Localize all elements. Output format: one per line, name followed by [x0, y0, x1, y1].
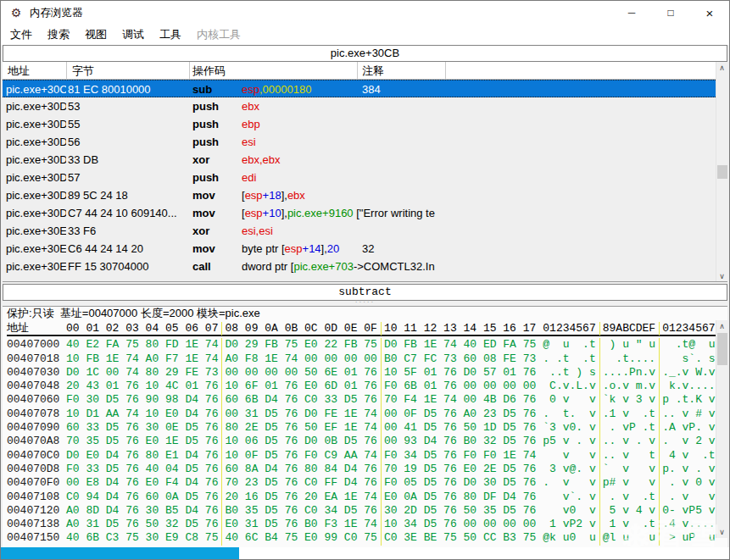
menu-debug[interactable]: 调试 [114, 27, 152, 42]
hexview-panel: 保护:只读 基址=00407000 长度=2000 模块=pic.exe 地址0… [3, 306, 727, 549]
hex-byte-group: 10 5F 01 76 D0 57 01 76 [384, 366, 536, 380]
disasm-row[interactable]: pic.exe+30E5C6 44 24 14 20movbyte ptr [e… [3, 240, 727, 258]
scroll-up-icon[interactable]: ∧ [716, 62, 727, 74]
ascii-group: .. v t [603, 449, 660, 463]
hex-row[interactable]: 0040709060 33 D5 76 30 0E D5 7680 2E D5 … [7, 421, 716, 435]
hex-byte-group: 80 2E D5 76 50 EF 1E 74 [225, 421, 381, 435]
instruction-operands: esi [242, 133, 445, 151]
ascii-group: 1 vP2 v [543, 518, 599, 531]
instruction-mnemonic: push [192, 133, 240, 151]
hscrollbar-thumb[interactable] [1, 547, 239, 559]
ascii-group: 5 v 4 v [603, 504, 660, 518]
instruction-bytes: C7 44 24 10 609140... [68, 204, 188, 222]
operand: +18 [263, 189, 281, 202]
instruction-bytes: 55 [68, 115, 188, 133]
hex-row[interactable]: 00407030D0 1C 00 74 80 29 FE 7300 00 00 … [7, 366, 716, 380]
disasm-row[interactable]: pic.exe+30D356pushesi [3, 133, 727, 151]
hex-row[interactable]: 00407060F0 30 D5 76 90 98 D4 7660 6B D4 … [7, 393, 716, 407]
instruction-bytes: C6 44 24 14 20 [68, 240, 188, 258]
instruction-mnemonic: mov [192, 240, 240, 258]
minimize-button[interactable]: ─ [612, 1, 651, 25]
hex-row[interactable]: 004070F000 E8 D4 76 E0 F4 D4 7670 23 D5 … [7, 476, 716, 490]
menu-file[interactable]: 文件 [3, 27, 40, 42]
hex-byte-group: F0 05 D5 76 D0 30 D5 76 [384, 476, 536, 490]
disasm-row[interactable]: pic.exe+30D255pushebp [3, 115, 727, 133]
ascii-group: ..t ) s [543, 366, 599, 380]
column-divider[interactable] [66, 62, 67, 80]
disasm-row[interactable]: pic.exe+30D789 5C 24 18mov[esp+18],ebx [3, 186, 727, 204]
scroll-up-icon[interactable]: ∧ [716, 320, 727, 332]
menu-kernel-tools[interactable]: 内核工具 [189, 27, 248, 42]
scrollbar-thumb[interactable] [717, 333, 727, 365]
operand: esp [245, 207, 263, 219]
instruction-operands: [esp+10],pic.exe+9160 ["Error writing te [242, 204, 445, 222]
hex-row[interactable]: 004070D8F0 33 D5 76 40 04 D5 7660 8A D4 … [7, 463, 716, 476]
memory-browser-window: ⚙ 内存浏览器 ─ □ × 文件 搜索 视图 调试 工具 内核工具 pic.ex… [0, 0, 730, 560]
close-button[interactable]: × [690, 1, 729, 25]
instruction-address: pic.exe+30D1 [6, 97, 66, 115]
disasm-address-header[interactable]: pic.exe+30CB [3, 45, 727, 62]
hex-row[interactable]: 004070A870 35 D5 76 E0 1E D5 7610 06 D5 … [7, 435, 716, 448]
hex-row[interactable]: 004070C0D0 E0 D4 76 80 E1 D4 7610 0F D5 … [7, 449, 716, 463]
hex-address: 00407078 [7, 408, 66, 421]
operand: edi [242, 171, 256, 184]
hex-row[interactable]: 00407120A0 8D D4 76 30 B5 D4 76B0 35 D5 … [7, 504, 716, 518]
scroll-down-icon[interactable]: ∨ [716, 270, 727, 282]
column-divider[interactable] [357, 62, 358, 80]
ascii-group: @l u u [603, 531, 660, 545]
hex-byte-group: A0 31 D5 76 50 32 D5 76 [66, 518, 222, 531]
hex-address: 004070F0 [7, 476, 66, 490]
disasm-row[interactable]: pic.exe+30D153pushebx [3, 97, 727, 115]
hex-byte-group: 00 41 D5 76 50 1D D5 76 [384, 421, 536, 435]
hex-byte-group: D0 E0 D4 76 80 E1 D4 76 [66, 449, 222, 463]
hex-row[interactable]: 00407108C0 94 D4 76 60 0A D5 7620 16 D5 … [7, 491, 716, 504]
hex-byte-group: 00 01 02 03 04 05 06 07 [66, 322, 222, 335]
disasm-scrollbar[interactable]: ∧ ∨ [716, 62, 727, 282]
ascii-group: `3 v0. v [543, 421, 599, 435]
scrollbar-thumb[interactable] [717, 165, 727, 179]
instruction-comment: 32 [362, 240, 374, 258]
col-comment: 注释 [362, 64, 384, 79]
hex-byte-group: D0 FB 1E 74 40 ED FA 75 [384, 338, 536, 352]
column-divider[interactable] [445, 62, 446, 80]
menu-tools[interactable]: 工具 [152, 27, 189, 42]
hex-byte-group: 00 E8 D4 76 E0 F4 D4 76 [66, 476, 222, 490]
menu-bar: 文件 搜索 视图 调试 工具 内核工具 [1, 25, 729, 45]
instruction-address: pic.exe+30E3 [6, 222, 66, 240]
operand: pic.exe+9160 [287, 207, 354, 219]
hex-row[interactable]: 0040707810 D1 AA 74 10 E0 D4 7600 31 D5 … [7, 408, 716, 421]
disasm-row[interactable]: pic.exe+30DBC7 44 24 10 609140...mov[esp… [3, 204, 727, 222]
hexview-scrollbar[interactable]: ∧ ∨ [716, 320, 727, 538]
instruction-bytes: 57 [68, 169, 188, 186]
horizontal-scrollbar[interactable] [1, 547, 729, 559]
hex-row[interactable]: 0040715040 6B C3 75 30 E9 C8 7540 6C B4 … [7, 531, 716, 545]
ascii-group: p# v v [603, 476, 660, 490]
maximize-button[interactable]: □ [651, 1, 690, 25]
instruction-address: pic.exe+30EA [6, 258, 66, 275]
ascii-group: . v v [543, 476, 599, 490]
instruction-mnemonic: mov [192, 204, 240, 222]
ascii-group: . vP .t [603, 421, 660, 435]
instruction-comment: 384 [362, 80, 381, 97]
disasm-row[interactable]: pic.exe+30D657pushedi [3, 169, 727, 186]
ascii-group: 1 v .t [603, 518, 660, 531]
ascii-group: .o.v m.v [603, 380, 660, 393]
ascii-group: .. v # v [662, 408, 715, 421]
hex-row[interactable]: 0040704820 43 01 76 10 4C 01 7610 6F 01 … [7, 380, 716, 393]
hex-row[interactable]: 0040701810 FB 1E 74 A0 F7 1E 74A0 F8 1E … [7, 352, 716, 366]
disasm-row[interactable]: pic.exe+30E333 F6xoresi,esi [3, 222, 727, 240]
disasm-row[interactable]: pic.exe+30EAFF 15 30704000calldword ptr … [3, 258, 727, 275]
column-divider[interactable] [189, 62, 190, 80]
hex-row[interactable]: 0040700040 E2 FA 75 80 FD 1E 74D0 29 FB … [7, 338, 716, 352]
hex-row[interactable]: 00407138A0 31 D5 76 50 32 D5 76E0 31 D5 … [7, 518, 716, 531]
hex-address: 00407090 [7, 421, 66, 435]
menu-search[interactable]: 搜索 [40, 27, 77, 42]
hex-byte-group: 00 31 D5 76 D0 FE 1E 74 [225, 408, 381, 421]
disasm-row[interactable]: pic.exe+30CB81 EC 80010000subesp,0000018… [3, 80, 717, 97]
disasm-row[interactable]: pic.exe+30D433 DBxorebx,ebx [3, 151, 727, 169]
menu-view[interactable]: 视图 [77, 27, 114, 42]
instruction-bytes: 33 F6 [68, 222, 188, 240]
ascii-group: .t.... [603, 352, 660, 366]
ascii-group: > uP u [662, 531, 715, 545]
scroll-down-icon[interactable]: ∨ [716, 526, 727, 538]
